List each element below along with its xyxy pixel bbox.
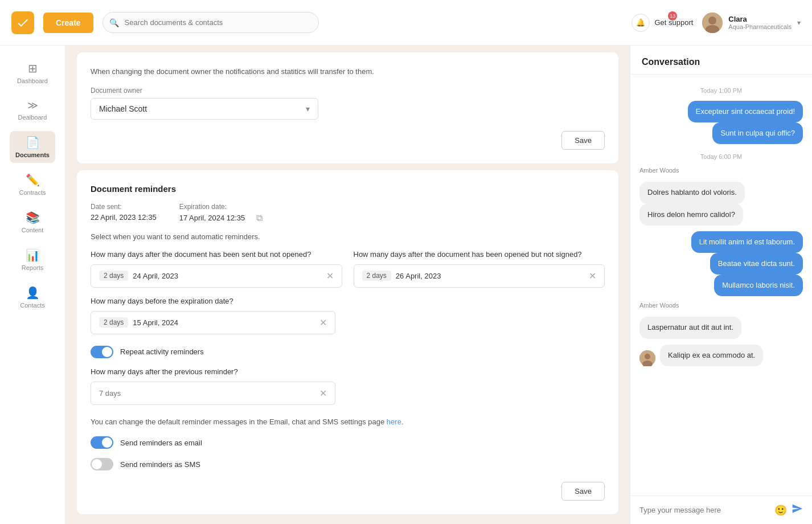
sidebar-item-contacts[interactable]: 👤 Contacts	[10, 281, 55, 313]
small-avatar	[639, 350, 655, 366]
email-toggle-row: Send reminders as email	[91, 436, 605, 449]
expiration-value: 17 April, 2024 12:35	[179, 214, 245, 222]
settings-link[interactable]: here	[387, 417, 401, 426]
repeat-toggle[interactable]	[91, 346, 113, 358]
sms-toggle[interactable]	[91, 458, 113, 470]
msg-recv-3: Laspernatur aut dit aut int.	[639, 317, 741, 338]
sidebar-label-contracts: Contracts	[19, 189, 46, 196]
sender-label-2: Amber Woods	[639, 302, 803, 309]
user-name: Clara	[728, 15, 792, 23]
email-toggle[interactable]	[91, 436, 113, 449]
owner-field-group: Document owner Michael Scott ▾	[91, 87, 605, 120]
input1-value[interactable]	[133, 272, 321, 280]
content-icon: 📚	[26, 211, 40, 224]
avatar	[702, 13, 723, 33]
reminder-input-3[interactable]: 2 days ✕	[91, 311, 335, 334]
recv-group-1: Dolres hablanto dol voloris. Hiros delon…	[639, 182, 803, 225]
q4-label: How many days after the previous reminde…	[91, 367, 605, 376]
user-menu[interactable]: Clara Aqua-Pharmaceuticals ▾	[702, 13, 801, 33]
support-badge: 13	[668, 11, 677, 21]
sent-group-2: Lit mollit anim id est laborum. Beatae v…	[639, 231, 803, 297]
svg-point-4	[645, 354, 650, 359]
user-text: Clara Aqua-Pharmaceuticals	[728, 15, 792, 30]
settings-note: You can change the default reminder mess…	[91, 416, 605, 428]
reminder-input-2[interactable]: 2 days ✕	[354, 264, 605, 288]
repeat-toggle-label: Repeat activity reminders	[120, 347, 204, 356]
owner-save-row: Save	[91, 131, 605, 150]
conversation-panel: Conversation Today 1:00 PM Excepteur sin…	[630, 46, 812, 524]
sidebar-label-content: Content	[22, 227, 44, 234]
msg-with-avatar: Kaliqip ex ea commodo at.	[639, 345, 803, 366]
settings-note-suffix: .	[401, 417, 404, 426]
owner-field-label: Document owner	[91, 87, 605, 95]
owner-value: Michael Scott	[99, 104, 147, 113]
clear-input4-icon[interactable]: ✕	[319, 388, 327, 399]
sidebar-item-dashboard[interactable]: ⊞ Dashboard	[10, 57, 55, 89]
sidebar-item-documents[interactable]: 📄 Documents	[10, 131, 55, 163]
sidebar-label-documents: Documents	[15, 152, 50, 158]
input3-value[interactable]	[133, 318, 315, 327]
input1-tag: 2 days	[99, 271, 128, 281]
date-sent-label: Date sent:	[91, 203, 157, 211]
owner-select[interactable]: Michael Scott ▾	[91, 98, 318, 120]
search-container: 🔍	[102, 12, 319, 33]
conversation-header: Conversation	[630, 46, 812, 75]
sidebar-item-content[interactable]: 📚 Content	[10, 206, 55, 238]
date-row: Date sent: 22 April, 2023 12:35 Expirati…	[91, 203, 605, 223]
owner-save-button[interactable]: Save	[561, 131, 605, 150]
reminder-input-1[interactable]: 2 days ✕	[91, 264, 342, 288]
settings-note-prefix: You can change the default reminder mess…	[91, 417, 387, 426]
create-button[interactable]: Create	[43, 13, 93, 33]
top-right-actions: 🔔 13 Get support Clara Aqua-Pharmaceutic…	[631, 13, 801, 33]
chevron-down-icon: ▾	[306, 104, 310, 113]
sender-label-1: Amber Woods	[639, 167, 803, 174]
conversation-input-area: 🙂	[630, 496, 812, 524]
svg-point-1	[708, 17, 716, 24]
date-sent-value: 22 April, 2023 12:35	[91, 213, 157, 222]
clear-input1-icon[interactable]: ✕	[326, 271, 334, 281]
reminder-inputs-row1: How many days after the document has bee…	[91, 250, 605, 288]
user-company: Aqua-Pharmaceuticals	[728, 23, 792, 30]
support-button[interactable]: 🔔 13 Get support	[631, 14, 693, 32]
reports-icon: 📊	[26, 248, 40, 262]
top-bar: Create 🔍 🔔 13 Get support Clara Aqua-Pha…	[0, 0, 812, 46]
input3-tag: 2 days	[99, 317, 128, 328]
dashboard-icon: ⊞	[28, 62, 38, 75]
search-input[interactable]	[102, 12, 319, 33]
sms-toggle-label: Send reminders as SMS	[120, 460, 200, 469]
logo	[11, 11, 34, 34]
input2-tag: 2 days	[362, 271, 391, 281]
reminders-save-button[interactable]: Save	[561, 482, 605, 501]
main-content: When changing the document owner the not…	[65, 46, 630, 524]
time-2: Today 6:00 PM	[639, 153, 803, 160]
message-input[interactable]	[639, 506, 770, 514]
clear-input2-icon[interactable]: ✕	[589, 271, 596, 281]
time-1: Today 1:00 PM	[639, 87, 803, 94]
conversation-messages: Today 1:00 PM Excepteur sint occaecat pr…	[630, 75, 812, 496]
reminder-input-4[interactable]: ✕	[91, 382, 335, 405]
owner-note: When changing the document owner the not…	[91, 66, 605, 77]
q1-group: How many days after the document has bee…	[91, 250, 342, 288]
sidebar-label-reports: Reports	[22, 264, 44, 271]
q2-group: How many days after the document has bee…	[354, 250, 605, 288]
sms-toggle-row: Send reminders as SMS	[91, 458, 605, 470]
date-sent-field: Date sent: 22 April, 2023 12:35	[91, 203, 157, 223]
input2-value[interactable]	[396, 272, 584, 280]
documents-icon: 📄	[26, 136, 40, 149]
sidebar-label-dashboard: Dashboard	[17, 77, 48, 84]
msg-recv-1: Dolres hablanto dol voloris.	[639, 182, 745, 203]
expiration-label: Expiration date:	[179, 203, 263, 211]
sidebar-item-contracts[interactable]: ✏️ Contracts	[10, 169, 55, 200]
msg-recv-avatar: Kaliqip ex ea commodo at.	[660, 345, 763, 366]
sidebar-item-dealboard[interactable]: ≫ Dealboard	[10, 95, 55, 125]
sidebar: ⊞ Dashboard ≫ Dealboard 📄 Documents ✏️ C…	[0, 46, 65, 524]
sidebar-item-reports[interactable]: 📊 Reports	[10, 244, 55, 276]
clear-input3-icon[interactable]: ✕	[319, 317, 327, 328]
send-button[interactable]	[792, 503, 803, 517]
sent-group-1: Excepteur sint occaecat proid! Sunt in c…	[639, 101, 803, 144]
emoji-button[interactable]: 🙂	[774, 504, 787, 517]
input4-value[interactable]	[99, 389, 315, 398]
edit-date-icon[interactable]: ⧉	[256, 213, 263, 223]
reminders-save-row: Save	[91, 482, 605, 501]
msg-sent-4: Beatae vitae dicta sunt.	[710, 253, 803, 275]
